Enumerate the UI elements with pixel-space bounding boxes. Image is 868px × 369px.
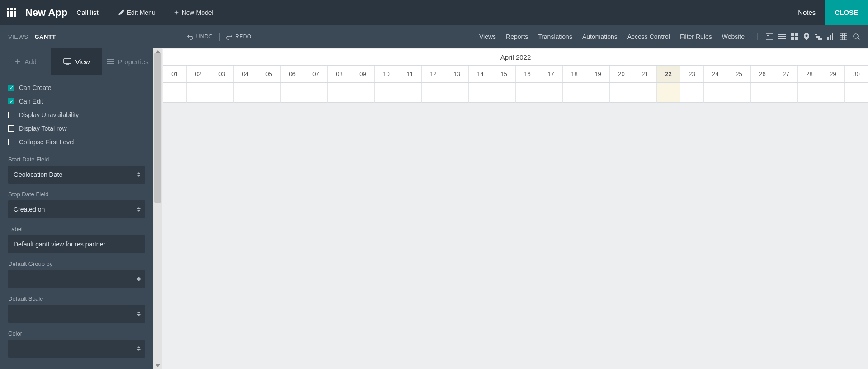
gantt-cell[interactable]: [515, 83, 539, 103]
gantt-cell[interactable]: [703, 83, 727, 103]
nav-call-list[interactable]: Call list: [76, 9, 98, 16]
gantt-day[interactable]: 14: [468, 66, 492, 82]
gantt-row[interactable]: [163, 83, 868, 103]
gantt-cell[interactable]: [280, 83, 304, 103]
gantt-cell[interactable]: [351, 83, 374, 103]
kanban-view-icon[interactable]: [791, 33, 798, 40]
list-view-icon[interactable]: [778, 33, 786, 40]
option-can-edit[interactable]: Can Edit: [8, 95, 145, 108]
undo-button[interactable]: UNDO: [187, 33, 213, 40]
nav-website[interactable]: Website: [722, 33, 745, 40]
edit-menu-button[interactable]: Edit Menu: [118, 9, 156, 16]
gantt-cell[interactable]: [539, 83, 562, 103]
gantt-cell[interactable]: [821, 83, 844, 103]
gantt-cell[interactable]: [398, 83, 421, 103]
breadcrumb-views[interactable]: VIEWS: [8, 33, 28, 40]
gantt-cell[interactable]: [633, 83, 656, 103]
scroll-thumb[interactable]: [154, 53, 161, 203]
gantt-cell[interactable]: [468, 83, 492, 103]
form-view-icon[interactable]: [766, 33, 773, 40]
graph-view-icon[interactable]: [827, 33, 835, 40]
option-display-unavailability[interactable]: Display Unavailability: [8, 108, 145, 122]
gantt-day[interactable]: 16: [515, 66, 539, 82]
gantt-day[interactable]: 22: [656, 66, 680, 82]
gantt-day[interactable]: 29: [821, 66, 844, 82]
gantt-cell[interactable]: [680, 83, 703, 103]
gantt-cell[interactable]: [656, 83, 680, 103]
gantt-cell[interactable]: [257, 83, 280, 103]
stop-date-field-select[interactable]: Created on: [8, 200, 145, 218]
gantt-day[interactable]: 28: [797, 66, 821, 82]
pivot-view-icon[interactable]: [840, 33, 847, 40]
gantt-day[interactable]: 25: [727, 66, 750, 82]
nav-reports[interactable]: Reports: [506, 33, 528, 40]
gantt-cell[interactable]: [163, 83, 186, 103]
gantt-day[interactable]: 05: [257, 66, 280, 82]
nav-translations[interactable]: Translations: [538, 33, 572, 40]
gantt-cell[interactable]: [609, 83, 633, 103]
redo-button[interactable]: REDO: [226, 33, 252, 40]
nav-access-control[interactable]: Access Control: [627, 33, 670, 40]
sidebar-scrollbar[interactable]: [153, 48, 162, 369]
gantt-cell[interactable]: [327, 83, 351, 103]
gantt-cell[interactable]: [210, 83, 233, 103]
gantt-day[interactable]: 03: [210, 66, 233, 82]
tab-properties[interactable]: Properties: [102, 48, 153, 75]
option-can-create[interactable]: Can Create: [8, 81, 145, 95]
gantt-day[interactable]: 02: [186, 66, 210, 82]
tab-add[interactable]: Add: [0, 48, 51, 75]
gantt-cell[interactable]: [844, 83, 868, 103]
scroll-down-icon[interactable]: [156, 364, 160, 367]
color-field-select[interactable]: [8, 340, 145, 358]
gantt-day[interactable]: 26: [750, 66, 774, 82]
close-button[interactable]: CLOSE: [825, 0, 868, 25]
gantt-cell[interactable]: [421, 83, 445, 103]
gantt-cell[interactable]: [562, 83, 586, 103]
gantt-cell[interactable]: [445, 83, 468, 103]
gantt-day[interactable]: 24: [703, 66, 727, 82]
gantt-day[interactable]: 08: [327, 66, 351, 82]
gantt-day[interactable]: 17: [539, 66, 562, 82]
tab-view[interactable]: View: [51, 48, 102, 75]
new-model-button[interactable]: New Model: [174, 9, 213, 16]
option-display-total-row[interactable]: Display Total row: [8, 122, 145, 135]
gantt-cell[interactable]: [586, 83, 609, 103]
gantt-day[interactable]: 09: [351, 66, 374, 82]
scale-field-select[interactable]: [8, 305, 145, 323]
gantt-cell[interactable]: [186, 83, 210, 103]
gantt-day[interactable]: 07: [304, 66, 327, 82]
gantt-day[interactable]: 01: [163, 66, 186, 82]
gantt-day[interactable]: 13: [445, 66, 468, 82]
option-collapse-first-level[interactable]: Collapse First Level: [8, 135, 145, 149]
gantt-day[interactable]: 20: [609, 66, 633, 82]
gantt-cell[interactable]: [727, 83, 750, 103]
nav-filter-rules[interactable]: Filter Rules: [680, 33, 712, 40]
gantt-view-icon[interactable]: [815, 33, 822, 40]
nav-automations[interactable]: Automations: [582, 33, 618, 40]
group-by-field-select[interactable]: [8, 270, 145, 288]
gantt-day[interactable]: 27: [774, 66, 797, 82]
gantt-day[interactable]: 06: [280, 66, 304, 82]
apps-icon[interactable]: [7, 8, 16, 17]
notes-button[interactable]: Notes: [798, 9, 816, 16]
gantt-cell[interactable]: [774, 83, 797, 103]
gantt-day[interactable]: 30: [844, 66, 868, 82]
gantt-cell[interactable]: [374, 83, 398, 103]
gantt-cell[interactable]: [304, 83, 327, 103]
gantt-day[interactable]: 21: [633, 66, 656, 82]
gantt-cell[interactable]: [233, 83, 257, 103]
scroll-track[interactable]: [153, 53, 162, 364]
gantt-day[interactable]: 18: [562, 66, 586, 82]
search-icon[interactable]: [853, 33, 860, 40]
gantt-day[interactable]: 11: [398, 66, 421, 82]
map-view-icon[interactable]: [804, 33, 809, 40]
gantt-day[interactable]: 10: [374, 66, 398, 82]
start-date-field-select[interactable]: Geolocation Date: [8, 166, 145, 184]
gantt-day[interactable]: 15: [492, 66, 515, 82]
gantt-day[interactable]: 12: [421, 66, 445, 82]
gantt-cell[interactable]: [797, 83, 821, 103]
gantt-day[interactable]: 04: [233, 66, 257, 82]
nav-views[interactable]: Views: [479, 33, 496, 40]
gantt-cell[interactable]: [750, 83, 774, 103]
gantt-day[interactable]: 23: [680, 66, 703, 82]
